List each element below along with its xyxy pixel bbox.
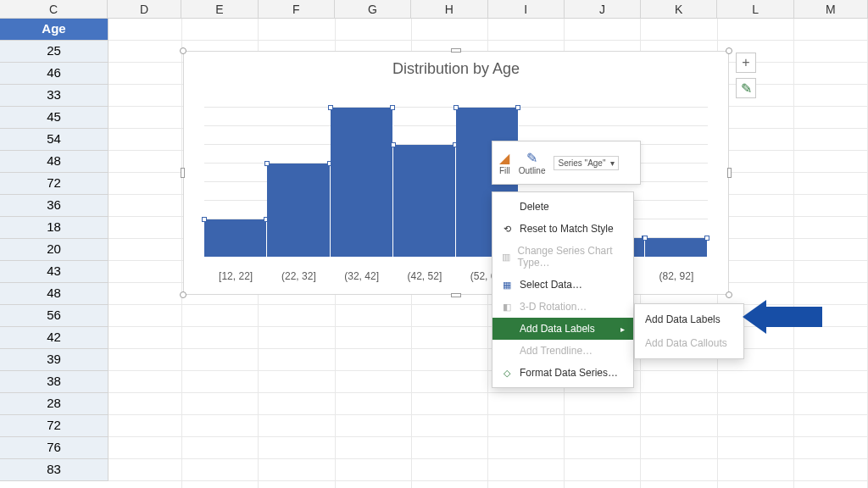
data-cell[interactable]: 43 <box>0 261 108 283</box>
resize-handle[interactable] <box>451 48 461 53</box>
data-cell[interactable]: 25 <box>0 41 108 63</box>
outline-button[interactable]: ✎ Outline <box>519 151 546 175</box>
data-cell[interactable]: 56 <box>0 305 108 327</box>
chart-icon: ▥ <box>501 252 511 263</box>
paint-bucket-icon: ◢ <box>499 151 509 166</box>
resize-handle[interactable] <box>726 291 732 298</box>
series-selector-label: Series "Age" <box>558 158 605 168</box>
menu-delete[interactable]: Delete <box>492 196 633 218</box>
data-cell[interactable]: 36 <box>0 195 108 217</box>
data-cell[interactable]: 48 <box>0 151 108 173</box>
pencil-icon: ✎ <box>526 151 537 166</box>
chart-title[interactable]: Distribution by Age <box>184 52 728 83</box>
data-cell[interactable]: 18 <box>0 217 108 239</box>
resize-handle[interactable] <box>726 47 732 54</box>
reset-icon: ⟲ <box>501 224 513 235</box>
submenu-item-add-data-labels[interactable]: Add Data Labels <box>635 308 743 331</box>
menu-add-trendline: Add Trendline… <box>492 340 633 362</box>
cube-icon: ◧ <box>501 302 513 313</box>
mini-toolbar: ◢ Fill ✎ Outline Series "Age" ▾ <box>492 141 641 185</box>
histogram-bar[interactable] <box>267 164 330 257</box>
submenu-add-data-labels: Add Data Labels Add Data Callouts <box>634 303 744 359</box>
data-cell[interactable]: 48 <box>0 283 108 305</box>
col-header-f[interactable]: F <box>259 0 335 18</box>
data-cell[interactable]: 76 <box>0 437 108 459</box>
col-header-h[interactable]: H <box>411 0 487 18</box>
annotation-arrow <box>763 307 822 327</box>
menu-reset-style[interactable]: ⟲Reset to Match Style <box>492 218 633 240</box>
series-selector[interactable]: Series "Age" ▾ <box>554 156 619 170</box>
data-cell[interactable]: 45 <box>0 107 108 129</box>
format-icon: ◇ <box>501 368 513 379</box>
x-axis-label: [12, 22] <box>204 270 267 282</box>
data-column-c: Age2546334554487236182043485642393828727… <box>0 19 108 481</box>
data-cell[interactable]: 42 <box>0 327 108 349</box>
col-header-l[interactable]: L <box>717 0 793 18</box>
histogram-bar[interactable] <box>204 219 267 257</box>
data-cell[interactable]: 83 <box>0 459 108 481</box>
col-header-d[interactable]: D <box>108 0 181 18</box>
data-cell[interactable]: 33 <box>0 85 108 107</box>
chart-object[interactable]: Distribution by Age [12, 22](22, 32](32,… <box>183 51 729 295</box>
chevron-down-icon: ▾ <box>610 158 615 168</box>
col-header-e[interactable]: E <box>181 0 258 18</box>
col-header-m[interactable]: M <box>794 0 868 18</box>
brush-icon: ✎ <box>741 80 752 97</box>
menu-change-chart-type: ▥Change Series Chart Type… <box>492 240 633 274</box>
menu-add-data-labels[interactable]: Add Data Labels▸ <box>492 318 633 340</box>
histogram-bar[interactable] <box>393 145 456 257</box>
x-axis-label: (82, 92] <box>645 270 708 282</box>
select-data-icon: ▦ <box>501 280 513 291</box>
col-header-g[interactable]: G <box>335 0 411 18</box>
context-menu: Delete ⟲Reset to Match Style ▥Change Ser… <box>492 191 634 388</box>
resize-handle[interactable] <box>451 293 461 297</box>
fill-label: Fill <box>499 166 510 175</box>
col-header-k[interactable]: K <box>641 0 717 18</box>
histogram-bar[interactable] <box>645 238 708 257</box>
data-cell[interactable]: 54 <box>0 129 108 151</box>
col-header-c[interactable]: C <box>0 0 108 18</box>
resize-handle[interactable] <box>181 168 185 178</box>
resize-handle[interactable] <box>180 291 186 298</box>
outline-label: Outline <box>519 166 546 175</box>
chart-styles-button[interactable]: ✎ <box>736 78 756 98</box>
fill-button[interactable]: ◢ Fill <box>499 151 510 175</box>
plus-icon: + <box>742 55 749 70</box>
data-cell[interactable]: 72 <box>0 173 108 195</box>
data-cell[interactable]: 20 <box>0 239 108 261</box>
resize-handle[interactable] <box>180 47 186 54</box>
menu-format-data-series[interactable]: ◇Format Data Series… <box>492 362 633 384</box>
menu-3d-rotation: ◧3-D Rotation… <box>492 296 633 318</box>
data-cell[interactable]: 28 <box>0 393 108 415</box>
chart-side-buttons: + ✎ <box>736 53 756 98</box>
x-axis-label: (22, 32] <box>267 270 330 282</box>
resize-handle[interactable] <box>727 168 732 178</box>
menu-select-data[interactable]: ▦Select Data… <box>492 274 633 296</box>
data-cell[interactable]: 39 <box>0 349 108 371</box>
chevron-right-icon: ▸ <box>620 324 625 334</box>
col-header-i[interactable]: I <box>488 0 565 18</box>
chart-elements-button[interactable]: + <box>736 53 756 73</box>
column-header-row: C D E F G H I J K L M <box>0 0 868 19</box>
data-header-cell[interactable]: Age <box>0 19 108 41</box>
histogram-bar[interactable] <box>331 108 393 257</box>
data-cell[interactable]: 38 <box>0 371 108 393</box>
data-cell[interactable]: 72 <box>0 415 108 437</box>
x-axis-label: (32, 42] <box>331 270 393 282</box>
submenu-item-add-data-callouts: Add Data Callouts <box>635 331 743 355</box>
data-cell[interactable]: 46 <box>0 63 108 85</box>
col-header-j[interactable]: J <box>565 0 641 18</box>
x-axis-label: (42, 52] <box>393 270 456 282</box>
